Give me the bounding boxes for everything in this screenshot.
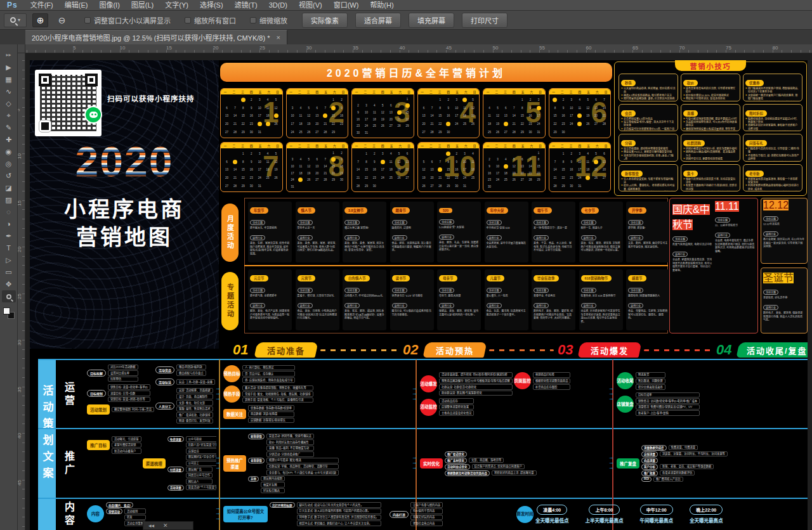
calendar-day: 14	[231, 114, 239, 117]
ruler-tick	[22, 312, 25, 313]
eyedropper-tool[interactable]: ✎	[2, 122, 16, 134]
ruler-origin[interactable]	[18, 44, 25, 53]
canvas-area[interactable]: 扫码可以获得小程序扶持 2020 小程序电商 营销地图 2020营销日历&全年营…	[25, 53, 812, 530]
tip-box: 秒杀以大量特价商品秒杀, 购买限量, 低价拉新/引流品挑选3-5款应季热销商品,…	[619, 74, 678, 101]
time-caption: 全天曝光最高点	[690, 517, 723, 524]
type-tool[interactable]: T	[2, 242, 16, 254]
menu-3D(D)[interactable]: 3D(D)	[263, 0, 293, 11]
calendar-day: 16	[559, 114, 567, 117]
clone-stamp-tool[interactable]: ◎	[2, 158, 16, 170]
mindmap-item: 粉丝群运营: 朋友圈/专属客群转化	[439, 391, 513, 396]
button-填充屏幕[interactable]: 填充屏幕	[409, 13, 454, 28]
tool-preset[interactable]: ▾	[4, 13, 27, 27]
calendar-day: 29	[239, 184, 247, 188]
close-icon[interactable]: ×	[276, 34, 280, 41]
button-适合屏幕[interactable]: 适合屏幕	[355, 13, 401, 28]
ruler-tick	[22, 526, 25, 527]
calendar-day: 23	[247, 122, 256, 126]
vertical-ruler[interactable]: 51015202530354045	[18, 53, 25, 530]
flow-cell: 活动收尾物流发货售后跟进、问题处理积分兑换返现或返场店铺复盘目标完成率销售情况:…	[614, 359, 808, 429]
dodge-tool[interactable]: ◑	[2, 218, 16, 230]
card-industry: 美妆、珠宝、服饰、鲜花等, 定制类商户可推出浪漫购物活动, 情侣文案可以搭配送,…	[581, 242, 621, 252]
lasso-tool[interactable]: ∿	[2, 86, 16, 98]
ruler-tick	[660, 50, 661, 53]
ruler-number: 15	[18, 200, 22, 206]
menu-图像(I)[interactable]: 图像(I)	[93, 0, 125, 11]
pen-tool[interactable]: ✒	[2, 230, 16, 242]
eraser-tool[interactable]: ◪	[2, 182, 16, 194]
gradient-tool[interactable]: ▨	[2, 194, 16, 206]
tip-line: 适合高客单高毛利的引流款, 引导新老客帮忙砍价	[683, 87, 738, 94]
stage-label: 活动收尾/复盘	[747, 344, 808, 356]
menu-帮助(H)[interactable]: 帮助(H)	[364, 0, 399, 11]
zoom-tool[interactable]	[2, 290, 16, 302]
weekday: 四	[250, 144, 253, 148]
zoom-out-button[interactable]: ⊖	[54, 13, 70, 27]
calendar-day: 13	[502, 114, 510, 117]
calendar-day: 26	[304, 131, 313, 134]
weekday: 日	[342, 144, 345, 148]
blur-tool[interactable]: ◌	[2, 206, 16, 218]
crop-tool[interactable]: ⌖	[2, 110, 16, 122]
checkbox-调整窗口大小以满屏显示[interactable]: 调整窗口大小以满屏显示	[84, 15, 171, 25]
calendar-day: 28	[510, 131, 518, 134]
history-brush-tool[interactable]: ↺	[2, 170, 16, 182]
button-打印尺寸[interactable]: 打印尺寸	[462, 13, 508, 28]
menu-视图(V)[interactable]: 视图(V)	[293, 0, 328, 11]
monthly-card: 3.8女神节活动主题通过女神之路 宠爱她!适用行业美妆、服饰、美食、家居等, 划…	[343, 202, 386, 262]
mindmap-node: 实时优化	[420, 458, 443, 469]
healing-brush-tool[interactable]: ✚	[2, 134, 16, 146]
calendar-day: 19	[420, 176, 428, 179]
mindmap-item: 人: 执行到位、预告测试	[242, 365, 295, 371]
hand-tool[interactable]: ✥	[2, 278, 16, 290]
horizontal-ruler[interactable]: 5101520253035404550556065707580	[25, 44, 812, 53]
calendar-day: 21	[510, 122, 518, 126]
stage-number-04: 04	[716, 342, 731, 358]
mindmap-item: 公司员工	[186, 461, 216, 467]
calendar-day: 17	[452, 114, 461, 117]
menu-文字(Y)[interactable]: 文字(Y)	[159, 0, 194, 11]
color-swatches[interactable]	[3, 307, 15, 319]
mindmap-branch: 高打开率的标题疑问互动式: 阅读与自己有关的文章是每个人的天性。巨大反差式: 放…	[270, 502, 381, 526]
canvas-bottom-controls[interactable]: ◂◂✕	[143, 521, 193, 530]
card-theme-label: 活动主题	[487, 215, 527, 226]
calendar-day: 15	[551, 114, 560, 117]
collapse-panel-icon[interactable]: ▸▸	[6, 52, 11, 58]
mindmap-item: 浏览量、访客量、访问时长、平均时长、访问来源等	[660, 451, 728, 457]
document-tab[interactable]: 2020小程序电商营销地图.jpg @ 12.5% (扫码可以获得小程序扶持, …	[25, 30, 287, 44]
marquee-tool[interactable]: ▦	[2, 74, 16, 86]
scroll-control-icon[interactable]: ✕	[163, 522, 168, 529]
calendar-day: 27	[502, 131, 510, 134]
foreground-color-swatch[interactable]	[3, 307, 10, 314]
calendar-day: 5	[592, 152, 600, 155]
menu-窗口(W)[interactable]: 窗口(W)	[328, 0, 365, 11]
zoom-in-button[interactable]: ⊕	[32, 13, 48, 27]
menu-图层(L)[interactable]: 图层(L)	[126, 0, 159, 11]
menu-滤镜(T)[interactable]: 滤镜(T)	[229, 0, 263, 11]
mindmap-item: 新活动内容蓄客户	[112, 448, 141, 454]
card-theme-label: 活动主题	[534, 215, 573, 226]
scroll-control-icon[interactable]: ◂◂	[148, 522, 154, 529]
menu-选择(S)[interactable]: 选择(S)	[194, 0, 229, 11]
calendar-day: 11	[264, 160, 272, 164]
menu-文件(F)[interactable]: 文件(F)	[25, 0, 59, 11]
checkbox-缩放所有窗口[interactable]: 缩放所有窗口	[185, 15, 236, 25]
checkbox-细微缩放[interactable]: 细微缩放	[250, 15, 287, 25]
calendar-day: 10	[461, 160, 469, 164]
path-selection-tool[interactable]: ▷	[2, 254, 16, 266]
brush-tool[interactable]: ◉	[2, 146, 16, 158]
quick-selection-tool[interactable]: ◇	[2, 98, 16, 110]
shape-tool[interactable]: ▭	[2, 266, 16, 278]
calendar-day: 14	[231, 168, 239, 171]
empty-day	[420, 150, 428, 158]
button-实际像素[interactable]: 实际像素	[302, 13, 348, 28]
document-image[interactable]: 扫码可以获得小程序扶持 2020 小程序电商 营销地图 2020营销日历&全年营…	[30, 60, 808, 530]
menu-编辑(E)[interactable]: 编辑(E)	[59, 0, 94, 11]
calendar-day: 3	[379, 152, 387, 155]
empty-day	[289, 150, 297, 157]
stage-dashes	[489, 349, 554, 351]
move-tool[interactable]: ▶	[2, 61, 16, 74]
calendar-day: 29	[329, 131, 337, 134]
document-title: 2020小程序电商营销地图.jpg @ 12.5% (扫码可以获得小程序扶持, …	[32, 32, 270, 42]
weekday: 六	[268, 90, 271, 94]
